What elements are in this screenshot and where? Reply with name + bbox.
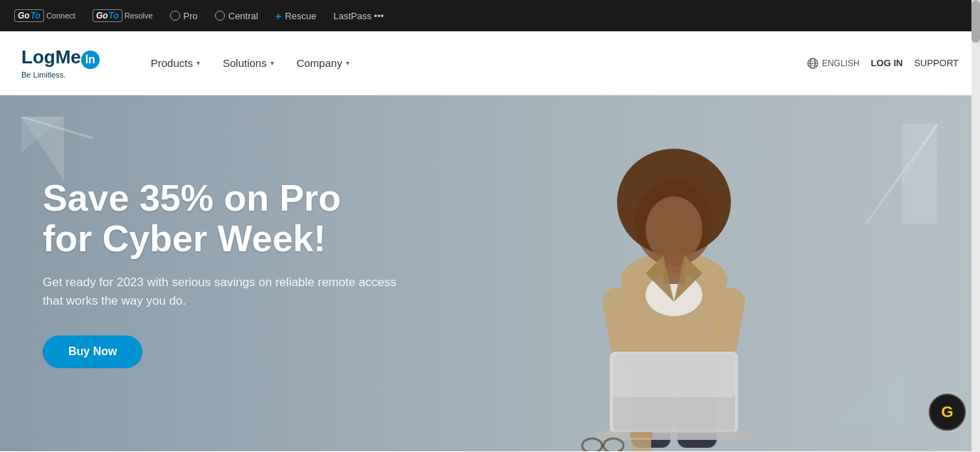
logo-in-circle: In — [81, 51, 100, 69]
goto-brand-icon: GoTo — [14, 9, 44, 22]
header-right: ENGLISH LOG IN SUPPORT — [807, 58, 959, 69]
buy-now-button[interactable]: Buy Now — [43, 336, 142, 369]
svg-marker-11 — [838, 366, 909, 423]
pro-dot-icon — [170, 11, 180, 21]
goto-resolve-label: Resolve — [125, 11, 153, 20]
hero-section: Save 35% on Pro for Cyber Week! Get read… — [0, 95, 980, 451]
rescue-plus-icon: + — [275, 11, 282, 21]
nav-solutions[interactable]: Solutions ▾ — [214, 51, 283, 75]
svg-point-30 — [604, 438, 623, 451]
hero-shape-top-left-icon — [21, 117, 107, 181]
scrollbar-thumb[interactable] — [971, 0, 980, 43]
hero-shape-top-right-icon — [866, 124, 937, 224]
globe-icon — [807, 58, 818, 69]
hero-content: Save 35% on Pro for Cyber Week! Get read… — [43, 178, 399, 368]
login-button[interactable]: LOG IN — [871, 58, 903, 68]
top-bar-pro[interactable]: Pro — [170, 11, 198, 21]
top-bar-lastpass[interactable]: LastPass ••• — [334, 11, 384, 21]
svg-marker-8 — [902, 124, 937, 224]
hero-image — [510, 110, 838, 451]
products-chevron-icon: ▾ — [196, 59, 200, 67]
solutions-chevron-icon: ▾ — [270, 59, 274, 67]
nav-products-label: Products — [151, 57, 193, 69]
hero-headline: Save 35% on Pro for Cyber Week! — [43, 178, 399, 259]
svg-rect-33 — [630, 432, 653, 438]
main-nav: Products ▾ Solutions ▾ Company ▾ — [142, 51, 807, 75]
chat-widget[interactable]: G — [929, 394, 966, 431]
scrollbar[interactable] — [971, 0, 980, 451]
language-label: ENGLISH — [822, 58, 860, 68]
svg-point-29 — [582, 438, 602, 451]
rescue-label: Rescue — [285, 11, 316, 21]
support-link[interactable]: SUPPORT — [914, 58, 959, 68]
hero-shape-bottom-right-icon — [838, 366, 909, 423]
company-chevron-icon: ▾ — [346, 59, 349, 67]
logo-tagline: Be Limitless. — [21, 70, 100, 79]
logo-text: LogMeIn — [21, 48, 100, 69]
hero-subtext: Get ready for 2023 with serious savings … — [43, 274, 399, 310]
svg-rect-27 — [613, 354, 735, 397]
top-navigation-bar: GoTo Connect GoTo Resolve Pro Central + … — [0, 0, 980, 31]
svg-point-17 — [646, 196, 702, 262]
pro-label: Pro — [184, 11, 198, 21]
top-bar-goto-connect[interactable]: GoTo Connect — [14, 9, 75, 22]
nav-company[interactable]: Company ▾ — [288, 51, 358, 75]
person-illustration — [553, 117, 795, 451]
language-selector[interactable]: ENGLISH — [807, 58, 860, 69]
site-logo[interactable]: LogMeIn Be Limitless. — [21, 48, 100, 79]
top-bar-goto-resolve[interactable]: GoTo Resolve — [93, 9, 153, 22]
chat-icon: G — [941, 403, 953, 421]
nav-company-label: Company — [297, 57, 342, 69]
main-header: LogMeIn Be Limitless. Products ▾ Solutio… — [0, 31, 980, 95]
central-dot-icon — [215, 11, 225, 21]
goto-connect-label: Connect — [46, 11, 75, 20]
goto-resolve-brand-icon: GoTo — [93, 9, 122, 22]
lastpass-label: LastPass ••• — [334, 11, 384, 21]
nav-solutions-label: Solutions — [223, 57, 267, 69]
nav-products[interactable]: Products ▾ — [142, 51, 209, 75]
top-bar-rescue[interactable]: + Rescue — [275, 11, 317, 21]
central-label: Central — [228, 11, 258, 21]
top-bar-central[interactable]: Central — [215, 11, 258, 21]
